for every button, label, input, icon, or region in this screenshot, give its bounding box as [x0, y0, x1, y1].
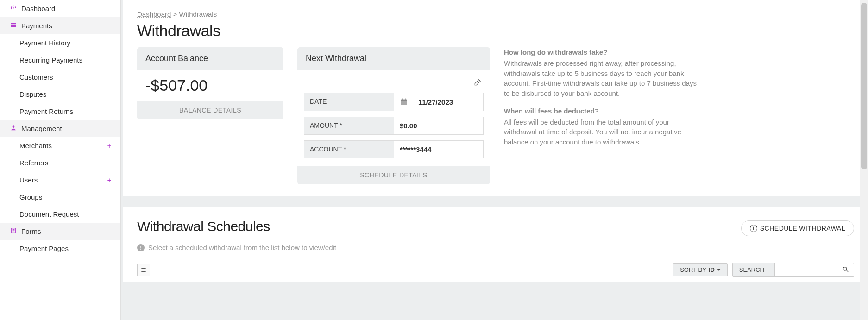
sidebar-item-groups[interactable]: Groups: [0, 188, 120, 206]
sidebar-label: Merchants: [19, 142, 52, 150]
sidebar-header-management[interactable]: Management: [0, 120, 120, 137]
breadcrumb-sep: >: [173, 10, 177, 18]
account-balance-card: Account Balance -$507.00 BALANCE DETAILS: [137, 47, 283, 119]
svg-rect-8: [401, 100, 407, 101]
card-body: -$507.00: [137, 70, 283, 101]
sidebar-header-payments[interactable]: Payments: [0, 17, 120, 34]
card-icon: [9, 22, 18, 30]
balance-amount: -$507.00: [145, 76, 275, 94]
search-type-select[interactable]: SEARCH: [733, 263, 775, 276]
info-a2: All fees will be deducted from the total…: [504, 117, 698, 147]
label-amount: AMOUNT *: [304, 117, 394, 135]
sidebar-label: Recurring Payments: [19, 56, 82, 64]
sidebar-label: Users: [19, 176, 38, 184]
plus-circle-icon: +: [750, 225, 757, 232]
date-text: 11/27/2023: [418, 98, 453, 106]
schedule-withdrawal-button[interactable]: + SCHEDULE WITHDRAWAL: [741, 220, 854, 236]
plus-icon[interactable]: +: [107, 142, 111, 150]
breadcrumb-root[interactable]: Dashboard: [137, 10, 171, 18]
sidebar: Dashboard Payments Payment History Recur…: [0, 0, 121, 320]
sort-button[interactable]: SORT BY ID: [673, 263, 728, 276]
label-date: DATE: [304, 93, 394, 111]
info-q2: When will fees be deducted?: [504, 106, 698, 116]
button-label: SCHEDULE WITHDRAWAL: [760, 225, 845, 232]
withdrawals-panel: Dashboard > Withdrawals Withdrawals Acco…: [123, 0, 868, 196]
sidebar-header-forms[interactable]: Forms: [0, 223, 120, 240]
schedules-hint: ! Select a scheduled withdrawal from the…: [137, 244, 854, 251]
sidebar-item-referrers[interactable]: Referrers: [0, 154, 120, 171]
svg-point-2: [13, 125, 15, 128]
row-account: ACCOUNT * ******3444: [304, 140, 484, 158]
card-header: Account Balance: [137, 47, 283, 70]
sidebar-label: Dashboard: [21, 5, 55, 13]
amount-text: $0.00: [400, 122, 417, 130]
sidebar-label: Payment Returns: [19, 107, 73, 115]
search-label: SEARCH: [739, 266, 764, 273]
sidebar-item-recurring-payments[interactable]: Recurring Payments: [0, 51, 120, 69]
row-date: DATE 11/27/2023: [304, 93, 484, 111]
value-date[interactable]: 11/27/2023: [394, 93, 484, 111]
sidebar-label: Groups: [19, 193, 42, 201]
info-q1: How long do withdrawals take?: [504, 47, 698, 57]
info-a1: Withdrawals are processed right away, af…: [504, 58, 698, 99]
sidebar-label: Document Request: [19, 210, 79, 218]
list-icon: [140, 267, 147, 273]
list-view-toggle[interactable]: [137, 264, 150, 276]
summary-row: Account Balance -$507.00 BALANCE DETAILS…: [137, 47, 854, 184]
calendar-icon: [400, 98, 408, 106]
svg-rect-1: [11, 24, 16, 25]
search-control: SEARCH: [732, 263, 854, 277]
sidebar-item-disputes[interactable]: Disputes: [0, 86, 120, 103]
info-icon: !: [137, 244, 145, 251]
pencil-icon: [473, 77, 483, 87]
sidebar-item-users[interactable]: Users +: [0, 171, 120, 188]
card-body: DATE 11/27/2023 AMOUNT * $0.00: [297, 70, 490, 166]
sort-field: ID: [709, 266, 715, 273]
search-icon: [842, 266, 849, 274]
sidebar-item-document-request[interactable]: Document Request: [0, 206, 120, 223]
sidebar-label: Payment History: [19, 39, 70, 47]
value-account[interactable]: ******3444: [394, 140, 484, 158]
svg-line-15: [846, 270, 848, 272]
sidebar-item-payment-history[interactable]: Payment History: [0, 34, 120, 51]
next-withdrawal-card: Next Withdrawal DATE 11/27/2023: [297, 47, 490, 184]
sidebar-label: Customers: [19, 73, 53, 81]
schedules-toolbar: SORT BY ID SEARCH: [137, 263, 854, 277]
search-input[interactable]: [775, 263, 854, 276]
label-account: ACCOUNT *: [304, 140, 394, 158]
sidebar-item-customers[interactable]: Customers: [0, 69, 120, 86]
plus-icon[interactable]: +: [107, 176, 111, 184]
gauge-icon: [9, 5, 18, 13]
sidebar-label: Disputes: [19, 90, 46, 98]
main-content: Dashboard > Withdrawals Withdrawals Acco…: [123, 0, 868, 320]
page-title: Withdrawals: [137, 22, 854, 40]
svg-point-14: [843, 267, 847, 270]
sidebar-label: Payments: [21, 22, 52, 30]
vertical-scrollbar[interactable]: [860, 0, 868, 320]
sidebar-label: Management: [21, 125, 62, 132]
schedule-details-button[interactable]: SCHEDULE DETAILS: [297, 166, 490, 184]
sidebar-item-dashboard[interactable]: Dashboard: [0, 0, 120, 17]
breadcrumb: Dashboard > Withdrawals: [137, 10, 854, 18]
sidebar-label: Forms: [21, 227, 41, 235]
scrollbar-thumb[interactable]: [861, 3, 867, 169]
sidebar-item-payment-pages[interactable]: Payment Pages: [0, 240, 120, 257]
breadcrumb-current: Withdrawals: [179, 10, 217, 18]
row-amount: AMOUNT * $0.00: [304, 117, 484, 135]
sidebar-label: Payment Pages: [19, 245, 69, 252]
svg-rect-10: [405, 99, 406, 100]
sidebar-label: Referrers: [19, 159, 49, 167]
card-header: Next Withdrawal: [297, 47, 490, 70]
svg-rect-9: [402, 99, 403, 100]
account-text: ******3444: [400, 145, 431, 153]
sidebar-item-merchants[interactable]: Merchants +: [0, 137, 120, 154]
hint-text: Select a scheduled withdrawal from the l…: [148, 244, 336, 251]
caret-down-icon: [717, 269, 721, 271]
balance-details-button[interactable]: BALANCE DETAILS: [137, 101, 283, 119]
value-amount[interactable]: $0.00: [394, 117, 484, 135]
sort-prefix: SORT BY: [680, 266, 706, 273]
sidebar-item-payment-returns[interactable]: Payment Returns: [0, 103, 120, 120]
form-icon: [9, 227, 18, 235]
edit-button[interactable]: [304, 77, 484, 93]
user-icon: [9, 125, 18, 132]
